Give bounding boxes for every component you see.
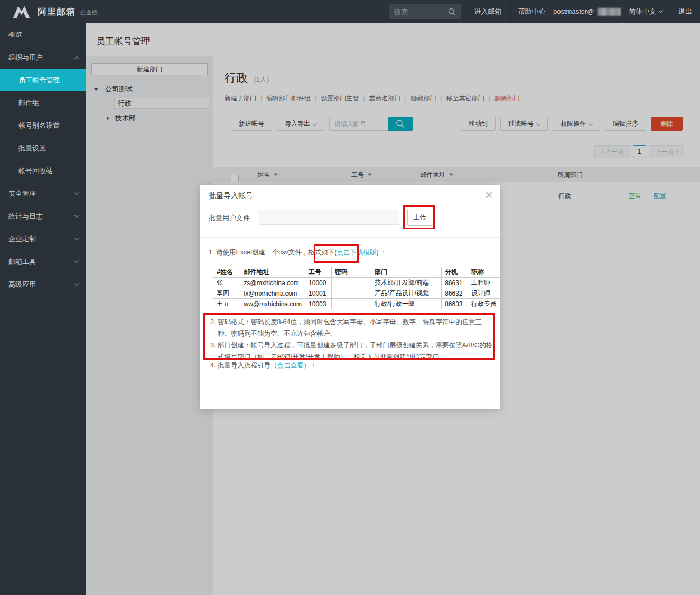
csv-cell: 分机 [442, 267, 468, 278]
brand: 阿里邮箱 企业版 [13, 0, 98, 23]
sidebar-label: 企业定制 [8, 234, 36, 244]
sidebar-label: 帐号别名设置 [18, 121, 60, 130]
instruction-4: 4. 批量导入流程引导（点击查看）： [210, 361, 316, 370]
csv-cell: 86631 [442, 278, 468, 288]
topbar-right: 进入邮箱 帮助中心 postmaster@ 简体中文 退出 [389, 0, 700, 23]
csv-cell: 10001 [305, 288, 332, 299]
search-icon[interactable] [448, 8, 456, 16]
instruction-3: 3. 部门创建：帐号导入过程，可批量创建多级子部门，子部门层级创建关系，需要按照… [210, 339, 494, 363]
instruction-text: 1. 请使用Excel创建一个csv文件，格式如下( [209, 249, 337, 256]
help-center-label: 帮助中心 [518, 0, 546, 23]
csv-cell: 密码 [331, 267, 371, 278]
sidebar-label: 员工帐号管理 [18, 75, 60, 85]
language-label: 简体中文 [629, 0, 656, 23]
sidebar-label: 统计与日志 [8, 212, 43, 221]
sidebar-item-org-users[interactable]: 组织与用户 [0, 46, 86, 69]
logout-label: 退出 [678, 0, 692, 23]
csv-cell [331, 288, 371, 299]
csv-cell: 部门 [371, 267, 442, 278]
sidebar-label: 邮件组 [18, 98, 39, 108]
chevron-down-icon [659, 8, 663, 13]
help-center-link[interactable]: 帮助中心 [510, 0, 553, 23]
brand-logo-icon [13, 5, 33, 18]
csv-cell: 王五 [213, 299, 240, 309]
account-name: postmaster@ [553, 0, 594, 23]
csv-cell: zs@mxhichina.com [240, 278, 305, 288]
divider [200, 237, 500, 238]
enter-mailbox-label: 进入邮箱 [474, 0, 502, 23]
sidebar-item-account-recycle[interactable]: 帐号回收站 [0, 159, 86, 182]
sidebar-label: 批量设置 [18, 144, 46, 153]
sidebar-item-account-alias[interactable]: 帐号别名设置 [0, 114, 86, 137]
instruction-text: ) ： [376, 249, 387, 256]
sidebar-item-mail-tools[interactable]: 邮箱工具 [0, 250, 86, 273]
sidebar-item-overview[interactable]: 概览 [0, 23, 86, 46]
chevron-down-icon [74, 190, 79, 194]
instruction-text: 4. 批量导入流程引导（ [210, 362, 277, 369]
csv-cell: 工程师 [468, 278, 500, 288]
sidebar-item-mail-groups[interactable]: 邮件组 [0, 91, 86, 114]
csv-cell: 职称 [468, 267, 500, 278]
sidebar-item-enterprise-custom[interactable]: 企业定制 [0, 228, 86, 250]
enter-mailbox-link[interactable]: 进入邮箱 [465, 0, 510, 23]
sidebar-label: 概览 [8, 30, 22, 40]
topbar: 阿里邮箱 企业版 进入邮箱 帮助中心 postmaster@ 简体中文 退出 [0, 0, 700, 23]
csv-cell: #姓名 [213, 267, 240, 278]
topbar-search [389, 4, 461, 19]
csv-cell: 10000 [305, 278, 332, 288]
sidebar-item-batch-settings[interactable]: 批量设置 [0, 137, 86, 159]
instruction-2: 2. 密码格式：密码长度8-64位，须同时包含大写字母、小写字母、数字、特殊字符… [210, 316, 494, 339]
brand-name: 阿里邮箱 [38, 6, 76, 18]
csv-cell: 李四 [213, 288, 240, 299]
sidebar: 概览 组织与用户 员工帐号管理 邮件组 帐号别名设置 批量设置 帐号回收站 安全… [0, 23, 86, 595]
csv-cell [331, 278, 371, 288]
file-path-field[interactable] [259, 210, 399, 225]
csv-cell: 产品/产品设计/视觉 [371, 288, 442, 299]
instructions-2-3: 2. 密码格式：密码长度8-64位，须同时包含大写字母、小写字母、数字、特殊字符… [210, 316, 494, 363]
chevron-down-icon [74, 213, 79, 217]
csv-cell: 行政专员 [468, 299, 500, 309]
csv-cell: 行政/行政一部 [371, 299, 442, 309]
account-menu[interactable]: postmaster@ [553, 0, 621, 23]
csv-cell: 设计师 [468, 288, 500, 299]
csv-template-table: #姓名邮件地址工号密码部门分机职称张三zs@mxhichina.com10000… [213, 267, 500, 309]
logout-link[interactable]: 退出 [670, 0, 700, 23]
upload-button[interactable]: 上传 [407, 209, 432, 226]
chevron-down-icon [74, 258, 79, 262]
csv-cell: ww@mxhichina.com [240, 299, 305, 309]
csv-cell: 86633 [442, 299, 468, 309]
close-icon[interactable]: × [485, 187, 493, 203]
csv-cell: 10003 [305, 299, 332, 309]
sidebar-item-security[interactable]: 安全管理 [0, 182, 86, 205]
chevron-up-icon [74, 56, 79, 60]
sidebar-label: 组织与用户 [8, 53, 43, 62]
csv-cell [331, 299, 371, 309]
batch-import-modal: 批量导入帐号 × 批量用户文件 上传 1. 请使用Excel创建一个csv文件，… [200, 185, 500, 409]
file-field-label: 批量用户文件 [209, 213, 250, 223]
brand-edition-badge: 企业版 [80, 8, 98, 16]
sidebar-label: 帐号回收站 [18, 166, 53, 176]
csv-cell: 张三 [213, 278, 240, 288]
sidebar-label: 高级应用 [8, 280, 36, 289]
sidebar-label: 安全管理 [8, 189, 36, 199]
modal-title: 批量导入帐号 [209, 191, 253, 201]
language-selector[interactable]: 简体中文 [621, 0, 670, 23]
instruction-text: ）： [303, 362, 316, 369]
instruction-1: 1. 请使用Excel创建一个csv文件，格式如下(点击下载模版) ： [209, 248, 387, 257]
chevron-down-icon [74, 235, 79, 240]
sidebar-item-advanced-apps[interactable]: 高级应用 [0, 273, 86, 296]
csv-cell: 邮件地址 [240, 267, 305, 278]
csv-cell: 技术部/开发部/前端 [371, 278, 442, 288]
sidebar-item-employee-accounts[interactable]: 员工帐号管理 [0, 69, 86, 91]
sidebar-item-stats-logs[interactable]: 统计与日志 [0, 205, 86, 228]
csv-cell: 86632 [442, 288, 468, 299]
csv-cell: lx@mxhichina.com [240, 288, 305, 299]
chevron-down-icon [74, 281, 79, 285]
view-guide-link[interactable]: 点击查看 [277, 362, 303, 369]
account-domain-redacted [598, 8, 621, 16]
sidebar-label: 邮箱工具 [8, 257, 36, 267]
csv-cell: 工号 [305, 267, 332, 278]
download-template-link[interactable]: 点击下载模版 [337, 249, 376, 256]
app-window: 阿里邮箱 企业版 进入邮箱 帮助中心 postmaster@ 简体中文 退出 [0, 0, 700, 595]
